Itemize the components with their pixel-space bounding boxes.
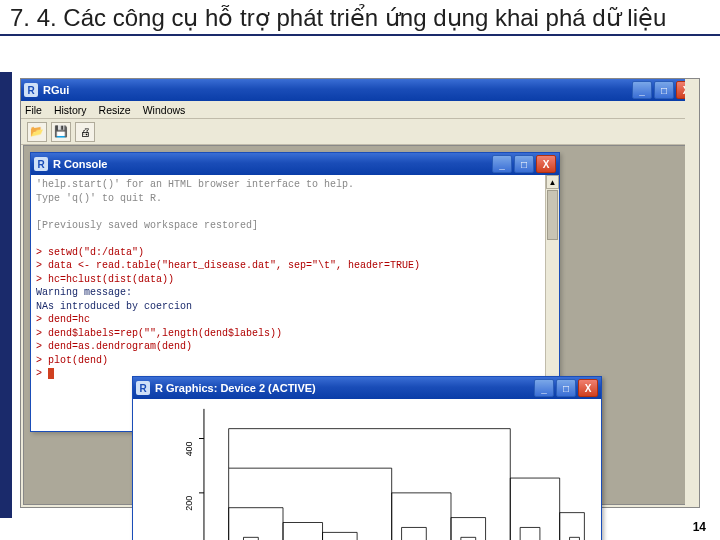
minimize-button[interactable]: _ xyxy=(492,155,512,173)
close-button[interactable]: X xyxy=(536,155,556,173)
dendrogram-plot: 0 200 400 xyxy=(133,399,601,540)
graphics-title-text: R Graphics: Device 2 (ACTIVE) xyxy=(155,382,534,394)
rgui-toolbar: 📂 💾 🖨 xyxy=(21,119,699,145)
svg-text:200: 200 xyxy=(184,496,194,511)
graphics-plot-area: 0 200 400 xyxy=(133,399,601,540)
r-logo-icon: R xyxy=(34,157,48,171)
screenshot-container: R RGui _ □ X File History Resize Windows… xyxy=(20,78,700,508)
console-window-controls: _ □ X xyxy=(492,155,556,173)
graphics-window-controls: _ □ X xyxy=(534,379,598,397)
rgui-title-text: RGui xyxy=(43,84,632,96)
console-line: > hc=hclust(dist(data)) xyxy=(36,273,540,287)
print-icon[interactable]: 🖨 xyxy=(75,122,95,142)
console-title-text: R Console xyxy=(53,158,492,170)
console-line: > dend=as.dendrogram(dend) xyxy=(36,340,540,354)
maximize-button[interactable]: □ xyxy=(654,81,674,99)
console-line: Type 'q()' to quit R. xyxy=(36,192,540,206)
slide-title: 7. 4. Các công cụ hỗ trợ phát triển ứng … xyxy=(0,0,720,36)
r-graphics-window: R R Graphics: Device 2 (ACTIVE) _ □ X xyxy=(132,376,602,540)
rgui-titlebar: R RGui _ □ X xyxy=(21,79,699,101)
close-button[interactable]: X xyxy=(578,379,598,397)
cursor-icon xyxy=(48,368,54,379)
console-line: > plot(dend) xyxy=(36,354,540,368)
accent-bar xyxy=(0,72,12,518)
graphics-titlebar: R R Graphics: Device 2 (ACTIVE) _ □ X xyxy=(133,377,601,399)
minimize-button[interactable]: _ xyxy=(632,81,652,99)
minimize-button[interactable]: _ xyxy=(534,379,554,397)
console-line: > setwd("d:/data") xyxy=(36,246,540,260)
console-line xyxy=(36,232,540,246)
svg-text:400: 400 xyxy=(184,441,194,456)
rgui-outer-scrollbar[interactable] xyxy=(685,79,699,507)
console-line: 'help.start()' for an HTML browser inter… xyxy=(36,178,540,192)
console-line: NAs introduced by coercion xyxy=(36,300,540,314)
console-line: > dend$labels=rep("",length(dend$labels)… xyxy=(36,327,540,341)
mdi-client-area: R R Console _ □ X 'help.start()' for an … xyxy=(23,145,697,505)
page-number: 14 xyxy=(693,520,706,534)
console-line xyxy=(36,205,540,219)
scrollbar-thumb[interactable] xyxy=(547,190,558,240)
menu-resize[interactable]: Resize xyxy=(99,104,131,116)
console-line: Warning message: xyxy=(36,286,540,300)
r-logo-icon: R xyxy=(136,381,150,395)
menu-file[interactable]: File xyxy=(25,104,42,116)
scroll-up-icon[interactable]: ▲ xyxy=(546,175,559,189)
save-icon[interactable]: 💾 xyxy=(51,122,71,142)
console-titlebar: R R Console _ □ X xyxy=(31,153,559,175)
console-line: > data <- read.table("heart_disease.dat"… xyxy=(36,259,540,273)
rgui-menubar: File History Resize Windows xyxy=(21,101,699,119)
open-icon[interactable]: 📂 xyxy=(27,122,47,142)
dendrogram-lines xyxy=(214,429,587,540)
menu-windows[interactable]: Windows xyxy=(143,104,186,116)
rgui-window: R RGui _ □ X File History Resize Windows… xyxy=(21,79,699,507)
maximize-button[interactable]: □ xyxy=(556,379,576,397)
console-line: > dend=hc xyxy=(36,313,540,327)
r-logo-icon: R xyxy=(24,83,38,97)
menu-history[interactable]: History xyxy=(54,104,87,116)
console-line: [Previously saved workspace restored] xyxy=(36,219,540,233)
maximize-button[interactable]: □ xyxy=(514,155,534,173)
